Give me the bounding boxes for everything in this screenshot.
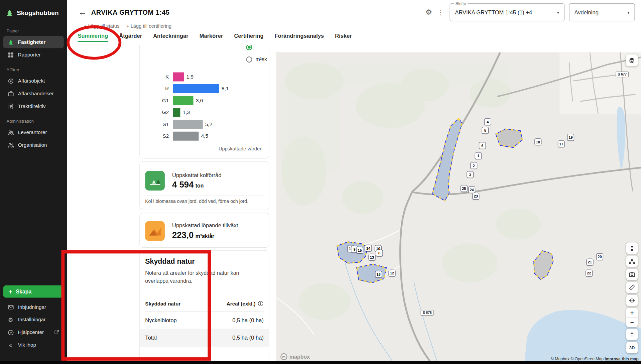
mapbox-logo-icon: m (280, 353, 287, 360)
kebab-menu-icon[interactable]: ⋮ (436, 8, 445, 17)
stand-number-marker[interactable]: 21 (587, 259, 593, 265)
avdelning-dropdown[interactable]: Avdelning ▾ (569, 3, 635, 21)
chart-bar (173, 72, 184, 81)
stand-number-marker[interactable]: 2 (471, 162, 477, 168)
stand-number-marker[interactable]: 4 (485, 119, 491, 125)
header-action-1[interactable]: + Lägg till certifiering (126, 23, 171, 29)
avdelning-dropdown-value: Avdelning (574, 9, 624, 15)
stand-number-marker[interactable]: 18 (535, 139, 541, 145)
sidebar-section-label: Planer (0, 22, 67, 35)
back-arrow-icon[interactable]: ← (79, 8, 87, 16)
map[interactable]: 4561232524231819171191514108131612212022… (276, 52, 641, 364)
sidebar-item-vik-ihop[interactable]: «Vik ihop (3, 339, 64, 351)
summary-panel[interactable]: m³sk K1,9R8,1G13,6G21,3S15,2S24,5 Uppska… (139, 45, 269, 362)
help-icon: ? (7, 329, 14, 336)
sidebar-footer: + Skapa Inbjudningar⚙Inställningar?Hjälp… (0, 285, 67, 364)
stand-number-marker[interactable]: 3 (467, 171, 473, 177)
stand-number-marker[interactable]: 23 (473, 193, 479, 199)
stand-number-marker[interactable]: 20 (597, 254, 603, 260)
stand-number-marker[interactable]: 22 (586, 270, 592, 276)
draw-button[interactable] (626, 256, 638, 267)
sidebar-item-traktdirektiv[interactable]: Traktdirektiv (3, 100, 64, 113)
sidebar-section-label: Affärer (0, 61, 67, 74)
stand-number-marker[interactable]: 13 (369, 254, 375, 260)
growth-mountain-icon (145, 221, 165, 241)
unit-radio-selected[interactable] (246, 45, 252, 50)
sidebar-item-affärsobjekt[interactable]: Affärsobjekt (3, 75, 64, 87)
chart-bar (173, 96, 193, 105)
header-action-0[interactable]: + Lägg till status (84, 23, 119, 29)
areal-col-header: Areal (exkl.) (227, 301, 256, 307)
target-icon (7, 78, 14, 84)
improve-map-link[interactable]: Improve this map (605, 357, 638, 361)
protected-note: Notera att arealer för skyddad natur kan… (145, 269, 255, 285)
tab-risker[interactable]: Risker (335, 33, 352, 42)
stand-number-marker[interactable]: 24 (469, 187, 475, 193)
tab-förändringsanalys[interactable]: Förändringsanalys (275, 33, 324, 42)
stand-number-marker[interactable]: 6 (479, 142, 485, 148)
stand-number-marker[interactable]: 12 (389, 270, 395, 276)
sidebar-item-affärshändelser[interactable]: Affärshändelser (3, 88, 64, 100)
chart-category-label: S1 (150, 121, 173, 127)
briefcase-icon (7, 90, 14, 97)
stand-number-marker[interactable]: 19 (567, 134, 573, 140)
stand-number-marker[interactable]: 5 (482, 127, 488, 133)
stand-number-marker[interactable]: 16 (376, 271, 382, 277)
chart-category-label: S2 (150, 133, 173, 139)
info-icon[interactable] (258, 300, 264, 307)
document-icon (7, 103, 14, 110)
sidebar-item-organisation[interactable]: Organisation (3, 139, 64, 151)
locate-button[interactable] (626, 295, 638, 306)
divider (145, 195, 264, 195)
camera-icon (629, 271, 635, 278)
sidebar-item-fastigheter[interactable]: Fastigheter (3, 36, 64, 48)
chart-value-label: 1,9 (186, 74, 194, 80)
app-logo-icon (6, 9, 13, 17)
3d-button[interactable]: 3D (626, 342, 638, 353)
stand-number-marker[interactable]: 14 (365, 245, 371, 251)
skifte-dropdown[interactable]: Skifte ARVIKA GRYTTOM 1:45 (1) +4 ▾ (450, 3, 565, 21)
growth-card: Uppskattad löpande tillväxt 223,0 m³sk/å… (139, 213, 269, 248)
stand-number-marker[interactable]: 8 (376, 250, 382, 256)
sidebar-item-hjälpcenter[interactable]: ?Hjälpcenter (3, 326, 64, 339)
stand-number-marker[interactable]: 1 (475, 153, 481, 159)
tab-markörer[interactable]: Markörer (200, 33, 223, 42)
tab-anteckningar[interactable]: Anteckningar (153, 33, 188, 42)
pitch-button[interactable] (626, 329, 638, 340)
street-view-button[interactable] (626, 242, 638, 254)
measure-button[interactable] (626, 282, 638, 293)
chart-category-label: G1 (150, 98, 173, 103)
skifte-dropdown-label: Skifte (454, 1, 468, 6)
page-title: ARVIKA GRYTTOM 1:45 (91, 8, 170, 16)
chart-bar (173, 131, 199, 140)
external-link-icon (54, 330, 59, 335)
layers-button[interactable] (626, 54, 638, 66)
chevron-down-icon: ▾ (627, 10, 630, 15)
tab-åtgärder[interactable]: Åtgärder (119, 33, 142, 42)
draw-icon (629, 258, 635, 265)
protected-table: Skyddad natur Areal (exkl.) Nyckelbiotop… (145, 294, 264, 347)
unit-radio[interactable] (246, 56, 252, 62)
road-shield: S 677 (616, 72, 629, 77)
tab-summering[interactable]: Summering (78, 33, 108, 42)
chart-bar (173, 108, 180, 117)
zoom-in-button[interactable]: + (626, 308, 638, 317)
create-button[interactable]: + Skapa (3, 285, 64, 298)
settings-gear-icon[interactable]: ⚙ (425, 8, 432, 17)
attribution-text: © Mapbox © OpenStreetMap (551, 357, 604, 361)
stand-number-marker[interactable]: 17 (558, 141, 564, 147)
stand-number-marker[interactable]: 15 (357, 247, 363, 253)
chart-value-label: 4,5 (201, 133, 208, 139)
zoom-out-button[interactable]: − (626, 318, 638, 327)
stand-number-marker[interactable]: 25 (461, 186, 467, 192)
screenshot-button[interactable] (626, 269, 638, 280)
chart-footnote: Uppskattade värden (145, 146, 263, 152)
chart-category-label: G2 (150, 109, 173, 115)
header-actions: + Lägg till status+ Lägg till certifieri… (67, 20, 641, 29)
sidebar-item-inbjudningar[interactable]: Inbjudningar (3, 301, 64, 313)
people-icon (7, 129, 14, 136)
sidebar-item-leverantörer[interactable]: Leverantörer (3, 126, 64, 139)
tab-certifiering[interactable]: Certifiering (234, 33, 263, 42)
sidebar-item-rapporter[interactable]: Rapporter (3, 49, 64, 61)
sidebar-item-inställningar[interactable]: ⚙Inställningar (3, 314, 64, 326)
